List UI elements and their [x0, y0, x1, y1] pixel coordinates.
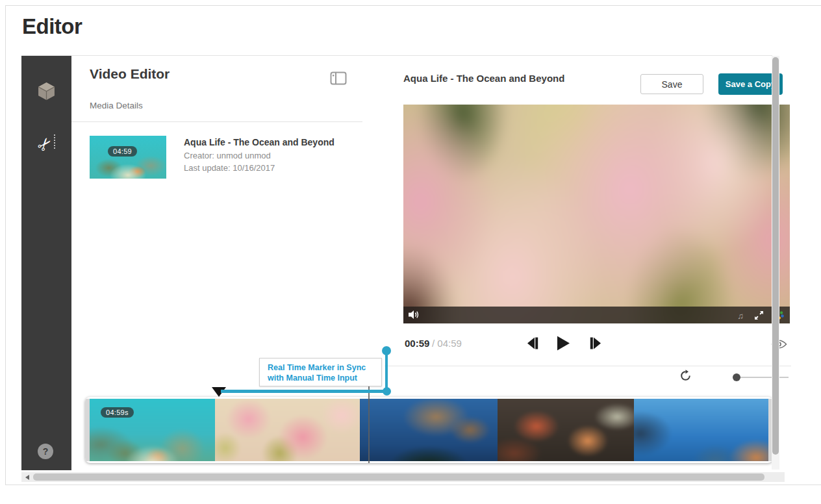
volume-icon[interactable] [409, 310, 420, 322]
bottom-border [5, 485, 821, 485]
trim-handle-left[interactable] [85, 399, 90, 461]
entry-title: Aqua Life - The Ocean and Beyond [403, 73, 564, 84]
annotation-tooltip: Real Time Marker in Sync with Manual Tim… [259, 358, 382, 386]
top-border [5, 5, 821, 6]
timeline-frame-1: 04:59s [90, 399, 215, 461]
media-thumbnail: 04:59 [90, 136, 166, 179]
player-panel: Aqua Life - The Ocean and Beyond Save Sa… [362, 56, 772, 377]
reset-timeline-zoom-button[interactable] [679, 370, 692, 382]
collapse-panel-button[interactable] [330, 71, 347, 85]
timeline-duration-badge: 04:59s [101, 407, 134, 418]
annotation-line-horizontal [221, 390, 388, 393]
help-icon: ? [43, 446, 49, 457]
play-icon [557, 336, 570, 351]
left-border [5, 5, 6, 485]
editor-screen: Editor ✂ ? [0, 0, 821, 504]
annotation-dot-top [382, 346, 391, 355]
sidebar-item-media[interactable] [21, 74, 71, 110]
timeline-frame-4 [498, 399, 634, 461]
panel-title: Video Editor [90, 66, 170, 82]
transport-row: 00:59 / 04:59 [362, 335, 772, 355]
media-panel: Video Editor Media Details 04:59 Aqua Li… [71, 56, 363, 377]
frame-forward-button[interactable] [590, 337, 602, 349]
scissors-icon: ✂ [34, 133, 56, 155]
video-frame-image [403, 105, 790, 323]
section-label-media-details: Media Details [90, 101, 143, 110]
player-control-bar: ♫ [403, 307, 790, 323]
timeline-frame-art [215, 399, 360, 461]
annotation-dot-corner [383, 387, 391, 396]
timeline-frame-3 [360, 399, 498, 461]
horizontal-scrollbar-thumb[interactable] [33, 473, 764, 481]
media-last-update: Last update: 10/16/2017 [184, 163, 275, 173]
panel-toggle-icon [330, 76, 347, 87]
vertical-scrollbar-thumb[interactable] [772, 57, 779, 455]
save-button[interactable]: Save [640, 74, 703, 94]
refresh-icon [679, 370, 692, 382]
timeline-frame-art [498, 399, 634, 461]
slider-handle[interactable] [733, 373, 740, 381]
help-button[interactable]: ? [38, 444, 53, 459]
page-title: Editor [22, 14, 82, 39]
vertical-scrollbar[interactable] [772, 56, 779, 470]
audio-track-icon[interactable]: ♫ [737, 312, 744, 321]
frame-back-icon [526, 337, 538, 349]
panel-divider [385, 366, 791, 366]
duration-value: 04:59 [437, 338, 462, 349]
tool-sidebar: ✂ ? [21, 56, 71, 470]
current-time-input[interactable]: 00:59 [405, 338, 429, 349]
scroll-left-arrow-icon[interactable] [25, 475, 29, 480]
media-creator: Creator: unmod unmod [184, 151, 271, 160]
dotted-cutline-icon [54, 134, 55, 149]
time-separator: / [432, 338, 435, 349]
timeline-frame-5 [634, 399, 768, 461]
slider-track [734, 377, 789, 378]
horizontal-scrollbar[interactable] [21, 472, 785, 482]
fullscreen-icon[interactable] [754, 310, 764, 323]
total-duration: / 04:59 [432, 338, 462, 349]
timeline-frame-art [360, 399, 498, 461]
frame-back-button[interactable] [526, 337, 538, 349]
cube-icon [38, 82, 55, 103]
sidebar-item-editor[interactable]: ✂ [21, 126, 71, 162]
duration-badge: 04:59 [108, 146, 137, 157]
frame-forward-icon [590, 337, 602, 349]
media-title: Aqua Life - The Ocean and Beyond [184, 137, 335, 147]
timeline-frame-2 [215, 399, 360, 461]
annotation-line2: with Manual Time Input [268, 373, 381, 383]
timeline-zoom-slider[interactable] [734, 373, 789, 382]
timeline-frame-art [634, 399, 768, 461]
annotation-line-vertical [385, 351, 388, 391]
play-button[interactable] [557, 336, 570, 351]
video-preview[interactable]: ♫ [403, 105, 790, 323]
annotation-line1: Real Time Marker in Sync [268, 362, 381, 373]
section-divider [71, 121, 362, 122]
timeline-strip[interactable]: 04:59s [85, 397, 773, 463]
media-list-item[interactable]: 04:59 Aqua Life - The Ocean and Beyond C… [90, 136, 349, 181]
